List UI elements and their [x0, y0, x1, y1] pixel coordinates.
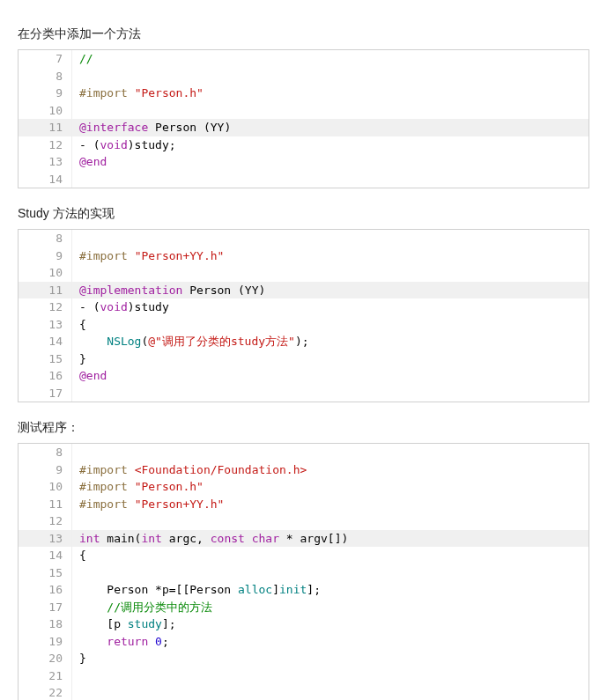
code-content: {	[72, 547, 588, 564]
code-content: #import "Person.h"	[72, 85, 588, 102]
code-content	[72, 684, 588, 700]
code-content: - (void)study	[72, 298, 588, 316]
code-line: 9#import <Foundation/Foundation.h>	[19, 461, 588, 479]
code-content: @implementation Person (YY)	[72, 282, 588, 299]
code-content: #import "Person+YY.h"	[72, 247, 588, 265]
code-content: NSLog(@"调用了分类的study方法");	[72, 333, 588, 350]
line-number: 16	[19, 367, 72, 385]
code-line: 9#import "Person+YY.h"	[19, 247, 588, 265]
line-number: 13	[19, 530, 72, 548]
line-number: 11	[19, 282, 72, 299]
code-content: return 0;	[72, 633, 588, 651]
code-line: 10	[19, 102, 588, 120]
line-number: 8	[19, 230, 72, 247]
line-number: 8	[19, 444, 72, 461]
line-number: 14	[19, 171, 72, 188]
code-content: @interface Person (YY)	[72, 119, 588, 136]
code-content	[72, 264, 588, 282]
line-number: 13	[19, 153, 72, 171]
code-line: 16 Person *p=[[Person alloc]init];	[19, 581, 588, 599]
line-number: 20	[19, 650, 72, 667]
line-number: 11	[19, 119, 72, 136]
code-line: 12	[19, 512, 588, 530]
code-content: //	[72, 50, 588, 68]
section3-title: 测试程序：	[18, 420, 589, 436]
section2-title: Study 方法的实现	[18, 206, 589, 222]
code-line: 14{	[19, 547, 588, 564]
code-content: #import "Person+YY.h"	[72, 496, 588, 513]
line-number: 14	[19, 547, 72, 564]
code-content: [p study];	[72, 615, 588, 633]
code-line: 13int main(int argc, const char * argv[]…	[19, 530, 588, 548]
line-number: 10	[19, 478, 72, 496]
code-content: int main(int argc, const char * argv[])	[72, 530, 588, 548]
line-number: 10	[19, 102, 72, 120]
code-line: 7//	[19, 50, 588, 68]
code-content: {	[72, 316, 588, 334]
line-number: 18	[19, 615, 72, 633]
code-line: 10#import "Person.h"	[19, 478, 588, 496]
line-number: 12	[19, 136, 72, 154]
code-line: 16@end	[19, 367, 588, 385]
line-number: 9	[19, 85, 72, 102]
code-content: #import "Person.h"	[72, 478, 588, 496]
code-line: 11#import "Person+YY.h"	[19, 496, 588, 513]
code-content	[72, 564, 588, 582]
line-number: 7	[19, 50, 72, 68]
line-number: 21	[19, 667, 72, 685]
code-line: 20}	[19, 650, 588, 667]
code-line: 18 [p study];	[19, 615, 588, 633]
code-line: 8	[19, 444, 588, 461]
line-number: 15	[19, 350, 72, 368]
code-line: 15}	[19, 350, 588, 368]
code-content: }	[72, 350, 588, 368]
line-number: 12	[19, 298, 72, 316]
code-line: 8	[19, 230, 588, 247]
code-line: 12- (void)study;	[19, 136, 588, 154]
code-content	[72, 171, 588, 188]
code-content: }	[72, 650, 588, 667]
code-line: 12- (void)study	[19, 298, 588, 316]
code-line: 14	[19, 171, 588, 188]
code-line: 22	[19, 684, 588, 700]
code-line: 19 return 0;	[19, 633, 588, 651]
code-line: 13{	[19, 316, 588, 334]
code-content	[72, 667, 588, 685]
code-line: 8	[19, 68, 588, 85]
code-content	[72, 385, 588, 402]
code-content: - (void)study;	[72, 136, 588, 154]
code-content: #import <Foundation/Foundation.h>	[72, 461, 588, 479]
line-number: 9	[19, 247, 72, 265]
code-content	[72, 230, 588, 247]
section1-title: 在分类中添加一个方法	[18, 26, 589, 42]
code-block-2: 8 9#import "Person+YY.h"10 11@implementa…	[18, 229, 589, 402]
line-number: 16	[19, 581, 72, 599]
code-content: @end	[72, 153, 588, 171]
line-number: 17	[19, 599, 72, 616]
line-number: 15	[19, 564, 72, 582]
line-number: 8	[19, 68, 72, 85]
code-content: //调用分类中的方法	[72, 599, 588, 616]
code-line: 11@implementation Person (YY)	[19, 282, 588, 299]
code-line: 17	[19, 385, 588, 402]
code-line: 9#import "Person.h"	[19, 85, 588, 102]
code-line: 15	[19, 564, 588, 582]
code-line: 13@end	[19, 153, 588, 171]
code-line: 17 //调用分类中的方法	[19, 599, 588, 616]
code-line: 21	[19, 667, 588, 685]
line-number: 13	[19, 316, 72, 334]
code-content	[72, 512, 588, 530]
line-number: 9	[19, 461, 72, 479]
code-content	[72, 444, 588, 461]
line-number: 11	[19, 496, 72, 513]
code-block-3: 8 9#import <Foundation/Foundation.h>10#i…	[18, 443, 589, 700]
code-content: @end	[72, 367, 588, 385]
line-number: 12	[19, 512, 72, 530]
line-number: 19	[19, 633, 72, 651]
line-number: 10	[19, 264, 72, 282]
line-number: 22	[19, 684, 72, 700]
code-content	[72, 102, 588, 120]
code-line: 11@interface Person (YY)	[19, 119, 588, 136]
code-content: Person *p=[[Person alloc]init];	[72, 581, 588, 599]
line-number: 14	[19, 333, 72, 350]
